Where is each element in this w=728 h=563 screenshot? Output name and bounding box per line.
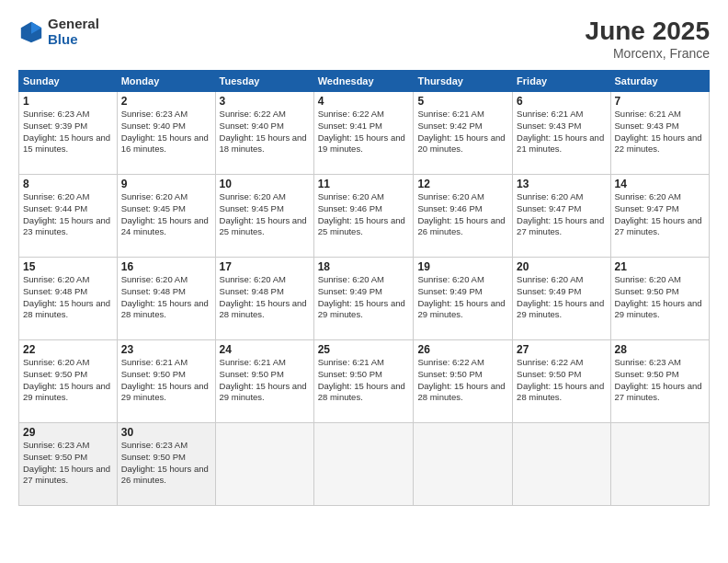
table-cell: [513, 423, 610, 506]
title-block: June 2025 Morcenx, France: [586, 17, 710, 61]
day-number: 21: [615, 260, 705, 273]
logo-text: General Blue: [48, 17, 99, 47]
day-info: Sunrise: 6:20 AMSunset: 9:48 PMDaylight:…: [220, 274, 310, 321]
col-thursday: Thursday: [414, 71, 513, 92]
day-info: Sunrise: 6:20 AMSunset: 9:50 PMDaylight:…: [23, 357, 113, 404]
table-cell: 25Sunrise: 6:21 AMSunset: 9:50 PMDayligh…: [313, 340, 414, 423]
day-info: Sunrise: 6:22 AMSunset: 9:50 PMDaylight:…: [417, 357, 508, 404]
table-cell: 8Sunrise: 6:20 AMSunset: 9:44 PMDaylight…: [19, 175, 118, 258]
day-number: 30: [121, 426, 211, 439]
table-cell: 19Sunrise: 6:20 AMSunset: 9:49 PMDayligh…: [414, 258, 513, 340]
table-cell: 22Sunrise: 6:20 AMSunset: 9:50 PMDayligh…: [19, 340, 118, 423]
day-number: 10: [220, 178, 310, 190]
day-number: 17: [220, 260, 310, 273]
day-number: 27: [517, 343, 606, 356]
table-cell: [313, 423, 414, 506]
table-cell: 4Sunrise: 6:22 AMSunset: 9:41 PMDaylight…: [313, 92, 414, 175]
day-info: Sunrise: 6:21 AMSunset: 9:50 PMDaylight:…: [121, 357, 211, 404]
table-row: 15Sunrise: 6:20 AMSunset: 9:48 PMDayligh…: [19, 258, 710, 340]
table-cell: 18Sunrise: 6:20 AMSunset: 9:49 PMDayligh…: [313, 258, 414, 340]
day-info: Sunrise: 6:21 AMSunset: 9:43 PMDaylight:…: [615, 109, 705, 155]
day-info: Sunrise: 6:20 AMSunset: 9:48 PMDaylight:…: [121, 274, 211, 321]
day-info: Sunrise: 6:23 AMSunset: 9:50 PMDaylight:…: [121, 440, 211, 487]
table-cell: 11Sunrise: 6:20 AMSunset: 9:46 PMDayligh…: [313, 175, 414, 258]
col-friday: Friday: [513, 71, 610, 92]
day-number: 24: [220, 343, 310, 356]
table-cell: 20Sunrise: 6:20 AMSunset: 9:49 PMDayligh…: [513, 258, 610, 340]
day-number: 12: [417, 178, 508, 190]
table-cell: 29Sunrise: 6:23 AMSunset: 9:50 PMDayligh…: [19, 423, 118, 506]
table-cell: [215, 423, 313, 506]
table-row: 22Sunrise: 6:20 AMSunset: 9:50 PMDayligh…: [19, 340, 710, 423]
day-number: 28: [615, 343, 705, 356]
table-cell: 3Sunrise: 6:22 AMSunset: 9:40 PMDaylight…: [215, 92, 313, 175]
header-row: Sunday Monday Tuesday Wednesday Thursday…: [19, 71, 710, 92]
day-number: 15: [23, 260, 113, 273]
day-number: 9: [121, 178, 211, 190]
day-number: 26: [417, 343, 508, 356]
table-cell: 26Sunrise: 6:22 AMSunset: 9:50 PMDayligh…: [414, 340, 513, 423]
title-location: Morcenx, France: [586, 46, 710, 61]
day-info: Sunrise: 6:20 AMSunset: 9:46 PMDaylight:…: [417, 191, 508, 238]
day-info: Sunrise: 6:21 AMSunset: 9:43 PMDaylight:…: [517, 109, 606, 155]
table-row: 8Sunrise: 6:20 AMSunset: 9:44 PMDaylight…: [19, 175, 710, 258]
table-cell: 10Sunrise: 6:20 AMSunset: 9:45 PMDayligh…: [215, 175, 313, 258]
logo-icon: [18, 19, 44, 45]
day-info: Sunrise: 6:21 AMSunset: 9:42 PMDaylight:…: [417, 109, 508, 155]
table-cell: 17Sunrise: 6:20 AMSunset: 9:48 PMDayligh…: [215, 258, 313, 340]
day-number: 8: [23, 178, 113, 190]
day-number: 14: [615, 178, 705, 190]
table-cell: 5Sunrise: 6:21 AMSunset: 9:42 PMDaylight…: [414, 92, 513, 175]
day-info: Sunrise: 6:20 AMSunset: 9:49 PMDaylight:…: [517, 274, 606, 321]
day-number: 2: [121, 95, 211, 108]
table-cell: 21Sunrise: 6:20 AMSunset: 9:50 PMDayligh…: [610, 258, 709, 340]
logo-general: General: [48, 17, 99, 32]
day-info: Sunrise: 6:20 AMSunset: 9:45 PMDaylight:…: [220, 191, 310, 238]
table-cell: [610, 423, 709, 506]
logo-blue: Blue: [48, 32, 99, 48]
day-info: Sunrise: 6:22 AMSunset: 9:41 PMDaylight:…: [318, 109, 410, 155]
day-info: Sunrise: 6:20 AMSunset: 9:49 PMDaylight:…: [318, 274, 410, 321]
col-wednesday: Wednesday: [313, 71, 414, 92]
table-cell: 7Sunrise: 6:21 AMSunset: 9:43 PMDaylight…: [610, 92, 709, 175]
col-sunday: Sunday: [19, 71, 118, 92]
day-number: 4: [318, 95, 410, 108]
table-cell: 16Sunrise: 6:20 AMSunset: 9:48 PMDayligh…: [117, 258, 215, 340]
table-row: 1Sunrise: 6:23 AMSunset: 9:39 PMDaylight…: [19, 92, 710, 175]
day-info: Sunrise: 6:20 AMSunset: 9:44 PMDaylight:…: [23, 191, 113, 238]
logo: General Blue: [18, 17, 99, 47]
day-number: 18: [318, 260, 410, 273]
day-number: 11: [318, 178, 410, 190]
table-row: 29Sunrise: 6:23 AMSunset: 9:50 PMDayligh…: [19, 423, 710, 506]
day-number: 29: [23, 426, 113, 439]
day-number: 5: [417, 95, 508, 108]
col-tuesday: Tuesday: [215, 71, 313, 92]
day-number: 19: [417, 260, 508, 273]
table-cell: 23Sunrise: 6:21 AMSunset: 9:50 PMDayligh…: [117, 340, 215, 423]
table-cell: 12Sunrise: 6:20 AMSunset: 9:46 PMDayligh…: [414, 175, 513, 258]
day-info: Sunrise: 6:22 AMSunset: 9:50 PMDaylight:…: [517, 357, 606, 404]
day-info: Sunrise: 6:20 AMSunset: 9:45 PMDaylight:…: [121, 191, 211, 238]
table-cell: 28Sunrise: 6:23 AMSunset: 9:50 PMDayligh…: [610, 340, 709, 423]
day-info: Sunrise: 6:23 AMSunset: 9:50 PMDaylight:…: [615, 357, 705, 404]
table-cell: 27Sunrise: 6:22 AMSunset: 9:50 PMDayligh…: [513, 340, 610, 423]
day-number: 7: [615, 95, 705, 108]
table-cell: 6Sunrise: 6:21 AMSunset: 9:43 PMDaylight…: [513, 92, 610, 175]
day-info: Sunrise: 6:20 AMSunset: 9:47 PMDaylight:…: [615, 191, 705, 238]
table-cell: 30Sunrise: 6:23 AMSunset: 9:50 PMDayligh…: [117, 423, 215, 506]
calendar-table: Sunday Monday Tuesday Wednesday Thursday…: [18, 70, 710, 506]
table-cell: 13Sunrise: 6:20 AMSunset: 9:47 PMDayligh…: [513, 175, 610, 258]
day-info: Sunrise: 6:20 AMSunset: 9:49 PMDaylight:…: [417, 274, 508, 321]
day-info: Sunrise: 6:20 AMSunset: 9:47 PMDaylight:…: [517, 191, 606, 238]
day-number: 25: [318, 343, 410, 356]
table-cell: [414, 423, 513, 506]
day-info: Sunrise: 6:21 AMSunset: 9:50 PMDaylight:…: [318, 357, 410, 404]
table-cell: 14Sunrise: 6:20 AMSunset: 9:47 PMDayligh…: [610, 175, 709, 258]
day-number: 3: [220, 95, 310, 108]
day-number: 23: [121, 343, 211, 356]
table-cell: 24Sunrise: 6:21 AMSunset: 9:50 PMDayligh…: [215, 340, 313, 423]
day-number: 22: [23, 343, 113, 356]
day-number: 6: [517, 95, 606, 108]
table-cell: 1Sunrise: 6:23 AMSunset: 9:39 PMDaylight…: [19, 92, 118, 175]
col-monday: Monday: [117, 71, 215, 92]
